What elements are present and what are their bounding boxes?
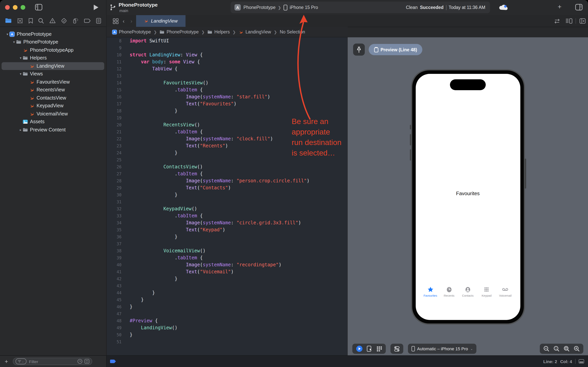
code-line-26[interactable]: 26 ContactsView() (107, 163, 347, 170)
breadcrumb-item[interactable]: No Selection (280, 30, 305, 34)
code-line-37[interactable]: 37 (107, 240, 347, 247)
code-line-15[interactable]: 15 .tabItem { (107, 86, 347, 93)
sidebar-item-preview-content[interactable]: ▸Preview Content (0, 126, 106, 134)
scheme-target[interactable]: PhonePrototype (244, 5, 276, 10)
filter-input[interactable] (28, 359, 69, 364)
code-line-44[interactable]: 44 } (107, 289, 347, 296)
breadcrumb-item[interactable]: PhonePrototype (112, 29, 151, 34)
toggle-left-sidebar-icon[interactable] (35, 4, 42, 10)
sidebar-item-keypadview[interactable]: KeypadView (0, 102, 106, 110)
code-line-30[interactable]: 30 } (107, 191, 347, 198)
code-line-14[interactable]: 14 FavouritesView() (107, 79, 347, 86)
zoom-100-button[interactable]: 1 (553, 346, 560, 352)
bookmarks-navigator-icon[interactable] (28, 18, 33, 24)
chevron-down-icon[interactable]: ▾ (19, 72, 23, 76)
sidebar-item-assets[interactable]: Assets (0, 118, 106, 126)
add-editor-icon[interactable] (579, 18, 586, 24)
run-destination[interactable]: iPhone 15 Pro (290, 5, 318, 10)
live-preview-button[interactable] (356, 345, 363, 352)
phone-tab-voicemail[interactable]: Voicemail (496, 286, 514, 297)
chevron-down-icon[interactable]: ▾ (5, 32, 9, 36)
debug-navigator-icon[interactable] (72, 18, 79, 24)
code-editor[interactable]: 8import SwiftUI910struct LandingView: Vi… (107, 37, 347, 355)
chevron-down-icon[interactable]: ▾ (12, 40, 16, 44)
variants-button[interactable] (376, 346, 382, 352)
code-line-35[interactable]: 35 Text("Keypad") (107, 226, 347, 233)
related-items-icon[interactable] (113, 18, 118, 24)
chevron-down-icon[interactable]: ▾ (19, 56, 23, 60)
tab-landingview[interactable]: LandingView (136, 15, 185, 27)
zoom-out-button[interactable] (543, 346, 549, 352)
code-line-50[interactable]: 50} (107, 331, 347, 338)
back-button[interactable]: ‹ (123, 18, 125, 24)
preview-badge[interactable]: Preview (Line 48) (369, 44, 422, 55)
project-navigator-icon[interactable] (5, 18, 12, 24)
window-close-button[interactable] (5, 5, 10, 10)
phone-tab-keypad[interactable]: Keypad (478, 286, 496, 297)
code-line-39[interactable]: 39 .tabItem { (107, 254, 347, 261)
editor-mode-icon[interactable] (579, 359, 584, 364)
code-line-32[interactable]: 32 KeypadView() (107, 205, 347, 212)
window-minimize-button[interactable] (13, 5, 17, 10)
code-line-13[interactable]: 13 (107, 72, 347, 79)
breakpoint-tag-icon[interactable] (110, 360, 116, 363)
phone-tab-favourites[interactable]: Favourites (421, 286, 439, 297)
device-settings-button[interactable] (394, 346, 400, 352)
code-line-36[interactable]: 36 } (107, 233, 347, 240)
code-line-17[interactable]: 17 Text("Favourites") (107, 100, 347, 107)
sidebar-item-voicemailview[interactable]: VoicemailView (0, 110, 106, 118)
phone-tab-recents[interactable]: Recents (440, 286, 458, 297)
add-file-button[interactable]: + (5, 358, 8, 365)
editor-options-icon[interactable] (565, 18, 572, 24)
scheme-selector[interactable]: A PhonePrototype ❯ iPhone 15 Pro Clean S… (231, 1, 490, 13)
breadcrumb-item[interactable]: LandingView (239, 29, 271, 34)
test-navigator-icon[interactable] (61, 18, 67, 24)
code-line-18[interactable]: 18 } (107, 107, 347, 114)
sidebar-item-landingview[interactable]: LandingView (0, 62, 106, 70)
pin-preview-button[interactable] (353, 43, 365, 56)
code-line-47[interactable]: 47 (107, 310, 347, 317)
swap-editor-icon[interactable] (554, 18, 560, 24)
code-line-46[interactable]: 46} (107, 303, 347, 310)
code-line-29[interactable]: 29 Text("Contacts") (107, 184, 347, 191)
sidebar-item-views[interactable]: ▾Views (0, 70, 106, 78)
recent-files-icon[interactable] (77, 359, 83, 364)
issue-navigator-icon[interactable] (49, 18, 56, 24)
selectable-preview-button[interactable] (367, 346, 372, 352)
sidebar-item-phoneprototype[interactable]: ▾PhonePrototype (0, 38, 106, 46)
find-navigator-icon[interactable] (38, 18, 44, 24)
code-line-48[interactable]: 48#Preview { (107, 317, 347, 324)
breadcrumb-item[interactable]: Helpers (208, 29, 230, 34)
code-line-12[interactable]: 12 TabView { (107, 65, 347, 72)
code-line-28[interactable]: 28 Image(systemName: "person.crop.circle… (107, 177, 347, 184)
scm-status-filter-icon[interactable] (84, 359, 89, 364)
zoom-fit-button[interactable] (563, 346, 570, 352)
code-line-41[interactable]: 41 Text("Voicemail") (107, 268, 347, 275)
add-tab-button[interactable]: + (558, 3, 562, 11)
sidebar-item-phoneprototype[interactable]: ▾PhonePrototype (0, 30, 106, 38)
zoom-in-button[interactable] (574, 346, 580, 352)
code-line-11[interactable]: 11 var body: some View { (107, 58, 347, 65)
forward-button[interactable]: › (130, 18, 132, 24)
phone-tab-contacts[interactable]: Contacts (459, 286, 477, 297)
preview-device-selector[interactable]: Automatic – iPhone 15 Pro ⌄ (408, 344, 476, 354)
breakpoint-navigator-icon[interactable] (84, 19, 90, 23)
report-navigator-icon[interactable] (96, 18, 101, 24)
code-line-34[interactable]: 34 Image(systemName: "circle.grid.3x3.fi… (107, 219, 347, 226)
code-line-16[interactable]: 16 Image(systemName: "star.fill") (107, 93, 347, 100)
code-line-10[interactable]: 10struct LandingView: View { (107, 51, 347, 58)
code-line-42[interactable]: 42 } (107, 275, 347, 282)
code-line-49[interactable]: 49 LandingView() (107, 324, 347, 331)
sidebar-item-favouritesview[interactable]: FavouritesView (0, 78, 106, 86)
sidebar-item-recentsview[interactable]: RecentsView (0, 86, 106, 94)
code-line-38[interactable]: 38 VoicemailView() (107, 247, 347, 254)
breadcrumb-item[interactable]: PhonePrototype (160, 29, 199, 34)
code-line-40[interactable]: 40 Image(systemName: "recordingtape") (107, 261, 347, 268)
code-line-31[interactable]: 31 (107, 198, 347, 205)
code-line-43[interactable]: 43 (107, 282, 347, 289)
code-line-45[interactable]: 45 } (107, 296, 347, 303)
filter-field[interactable]: ⌄ (13, 358, 92, 365)
source-control-navigator-icon[interactable] (17, 18, 23, 24)
filter-menu-icon[interactable]: ⌄ (16, 359, 26, 364)
run-button[interactable] (93, 4, 99, 10)
